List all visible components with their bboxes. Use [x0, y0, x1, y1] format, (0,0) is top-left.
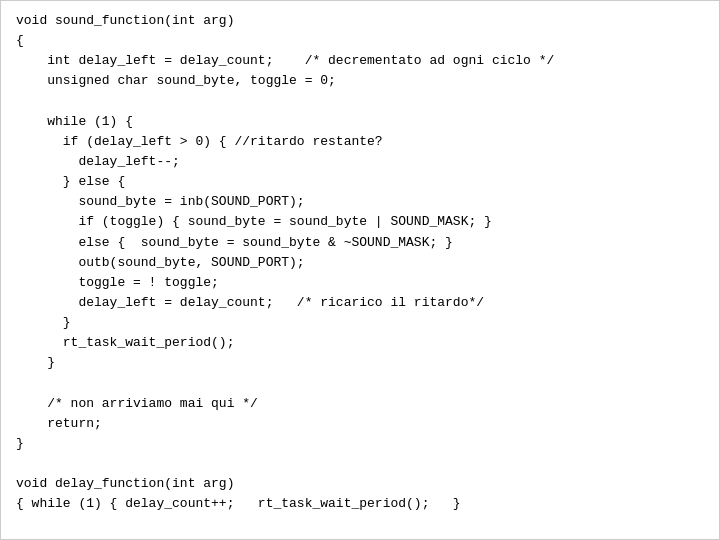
code-container: void sound_function(int arg) { int delay…: [0, 0, 720, 540]
code-block: void sound_function(int arg) { int delay…: [16, 11, 704, 540]
